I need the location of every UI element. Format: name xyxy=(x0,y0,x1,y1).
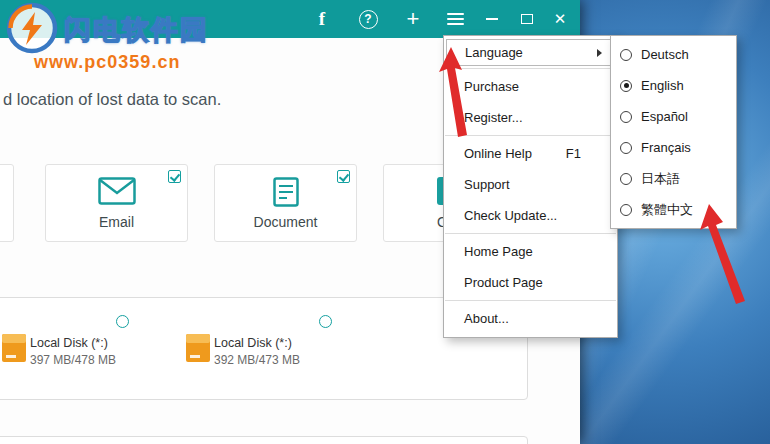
facebook-icon[interactable]: f xyxy=(305,0,339,38)
checkbox-checked-icon[interactable] xyxy=(337,170,350,183)
minimize-glyph xyxy=(486,18,498,20)
drive-capacity: 397 MB/478 MB xyxy=(30,353,116,367)
language-option-label: Español xyxy=(641,109,688,124)
drive-radio[interactable] xyxy=(116,315,129,328)
screenshot-stage: f ? + ✕ d location of lost data to scan.… xyxy=(0,0,770,444)
menu-separator xyxy=(445,300,616,301)
radio-icon xyxy=(620,49,632,61)
radio-selected-icon xyxy=(620,80,632,92)
drive-item[interactable]: Local Disk (*:) 392 MB/473 MB xyxy=(186,332,336,372)
watermark-site-name: 闪电软件园 xyxy=(64,12,209,48)
help-question-glyph: ? xyxy=(359,10,378,29)
filetype-card-document[interactable]: Document xyxy=(214,164,357,242)
site-watermark: 闪电软件园 www.pc0359.cn xyxy=(4,0,209,73)
checkbox-checked-icon[interactable] xyxy=(168,170,181,183)
filetype-card-email[interactable]: Email xyxy=(45,164,188,242)
menu-item-label: Home Page xyxy=(464,244,533,259)
watermark-url: www.pc0359.cn xyxy=(34,52,209,73)
language-option-espanol[interactable]: Español xyxy=(611,101,736,132)
add-icon[interactable]: + xyxy=(396,0,430,38)
email-icon xyxy=(46,177,187,205)
language-option-label: English xyxy=(641,78,684,93)
menu-item-home-page[interactable]: Home Page xyxy=(444,236,617,267)
language-option-label: Français xyxy=(641,140,691,155)
drive-icon xyxy=(186,332,210,368)
language-option-label: 繁體中文 xyxy=(641,201,693,219)
annotation-arrow-chinese-option xyxy=(700,204,752,310)
language-option-francais[interactable]: Français xyxy=(611,132,736,163)
radio-icon xyxy=(620,111,632,123)
language-option-japanese[interactable]: 日本語 xyxy=(611,163,736,194)
drive-name: Local Disk (*:) xyxy=(30,336,108,350)
maximize-button[interactable] xyxy=(510,0,544,38)
page-heading: d location of lost data to scan. xyxy=(3,90,221,109)
drive-capacity: 392 MB/473 MB xyxy=(214,353,300,367)
minimize-button[interactable] xyxy=(475,0,509,38)
radio-icon xyxy=(620,204,632,216)
menu-item-label: Check Update... xyxy=(464,208,557,223)
menu-item-about[interactable]: About... xyxy=(444,303,617,334)
help-icon[interactable]: ? xyxy=(351,0,385,38)
menu-separator xyxy=(445,233,616,234)
language-option-deutsch[interactable]: Deutsch xyxy=(611,39,736,70)
chevron-right-icon xyxy=(597,49,602,57)
language-option-english[interactable]: English xyxy=(611,70,736,101)
site-logo-icon xyxy=(4,0,60,60)
language-submenu: Deutsch English Español Français 日本語 繁體中… xyxy=(610,35,737,229)
drive-icon xyxy=(2,332,26,368)
bottom-panel xyxy=(0,436,528,444)
drive-radio[interactable] xyxy=(319,315,332,328)
menu-item-label: About... xyxy=(464,311,509,326)
menu-item-label: Support xyxy=(464,177,510,192)
document-icon xyxy=(215,177,356,207)
card-label: Document xyxy=(215,214,356,230)
menu-shortcut: F1 xyxy=(566,138,581,169)
close-button[interactable]: ✕ xyxy=(543,0,577,38)
maximize-glyph xyxy=(521,14,533,24)
radio-icon xyxy=(620,142,632,154)
drive-name: Local Disk (*:) xyxy=(214,336,292,350)
menu-item-support[interactable]: Support xyxy=(444,169,617,200)
hamburger-bars xyxy=(447,10,464,28)
radio-icon xyxy=(620,173,632,185)
hamburger-menu-icon[interactable] xyxy=(438,0,472,38)
annotation-arrow-language xyxy=(438,47,474,143)
language-option-label: Deutsch xyxy=(641,47,689,62)
drive-item[interactable]: Local Disk (*:) 397 MB/478 MB xyxy=(2,332,152,372)
menu-item-product-page[interactable]: Product Page xyxy=(444,267,617,298)
filetype-card-partial[interactable] xyxy=(0,164,14,242)
menu-item-label: Product Page xyxy=(464,275,543,290)
card-label: Email xyxy=(46,214,187,230)
menu-item-label: Online Help xyxy=(464,146,532,161)
menu-item-check-update[interactable]: Check Update... xyxy=(444,200,617,231)
language-option-label: 日本語 xyxy=(641,170,680,188)
